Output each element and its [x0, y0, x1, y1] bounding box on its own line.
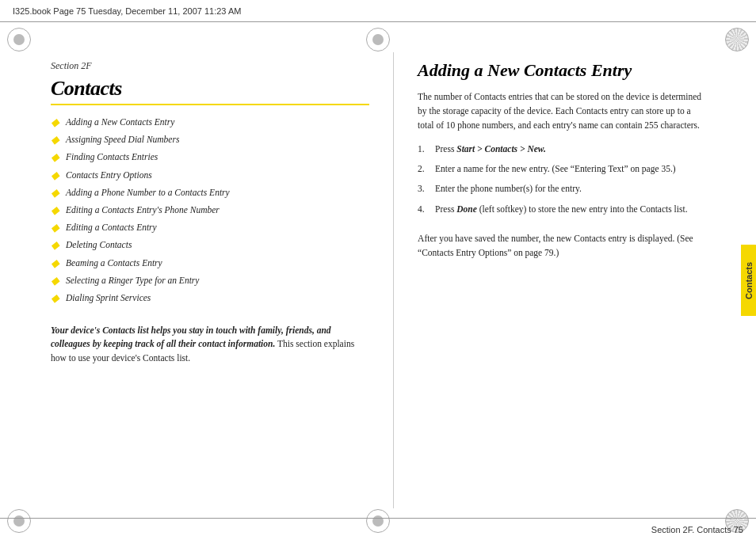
toc-bullet: ◆ [51, 238, 59, 253]
toc-item: ◆Selecting a Ringer Type for an Entry [51, 275, 369, 288]
toc-bullet: ◆ [51, 186, 59, 200]
toc-text: Adding a Phone Number to a Contacts Entr… [66, 187, 230, 199]
step-number: 4. [418, 203, 435, 216]
toc-text: Editing a Contacts Entry [66, 222, 157, 234]
step-text: Enter the phone number(s) for the entry. [435, 182, 708, 196]
step-item: 1.Press Start > Contacts > New. [418, 143, 708, 156]
toc-item: ◆Editing a Contacts Entry's Phone Number [51, 204, 369, 218]
step-number: 1. [418, 143, 435, 156]
step-number: 2. [418, 162, 435, 176]
footer-right-text: Section 2F. Contacts 75 [651, 525, 743, 534]
toc-text: Selecting a Ringer Type for an Entry [66, 275, 199, 287]
toc-bullet: ◆ [51, 291, 59, 306]
main-content: Section 2F Contacts ◆Adding a New Contac… [0, 22, 756, 540]
toc-text: Beaming a Contacts Entry [66, 257, 162, 269]
steps-list: 1.Press Start > Contacts > New.2.Enter a… [418, 143, 708, 222]
toc-item: ◆Beaming a Contacts Entry [51, 257, 369, 271]
step-item: 3.Enter the phone number(s) for the entr… [418, 182, 708, 196]
section-title: Contacts [51, 77, 369, 101]
toc-text: Adding a New Contacts Entry [66, 116, 174, 128]
header-text: I325.book Page 75 Tuesday, December 11, … [13, 6, 241, 16]
section-heading: Adding a New Contacts Entry [418, 60, 708, 81]
toc-bullet: ◆ [51, 221, 59, 235]
toc-bullet: ◆ [51, 169, 59, 183]
toc-item: ◆Adding a New Contacts Entry [51, 116, 369, 130]
body-text: The number of Contacts entries that can … [418, 90, 708, 132]
footer-bar: Section 2F. Contacts 75 [0, 518, 756, 540]
side-tab: Contacts [741, 245, 756, 316]
toc-bullet: ◆ [51, 133, 59, 147]
side-tab-label: Contacts [744, 261, 754, 299]
step-item: 2.Enter a name for the new entry. (See “… [418, 162, 708, 176]
toc-text: Editing a Contacts Entry's Phone Number [66, 204, 220, 216]
toc-bullet: ◆ [51, 257, 59, 271]
toc-item: ◆Finding Contacts Entries [51, 151, 369, 165]
header-bar: I325.book Page 75 Tuesday, December 11, … [0, 0, 756, 22]
section-label: Section 2F [51, 60, 369, 72]
toc-item: ◆Contacts Entry Options [51, 169, 369, 183]
closing-text: After you have saved the number, the new… [418, 232, 708, 260]
right-column: Adding a New Contacts Entry The number o… [393, 52, 756, 508]
left-column: Section 2F Contacts ◆Adding a New Contac… [0, 52, 393, 508]
toc-item: ◆Deleting Contacts [51, 239, 369, 253]
step-text: Enter a name for the new entry. (See “En… [435, 162, 708, 176]
intro-text: Your device's Contacts list helps you st… [51, 324, 369, 365]
toc-bullet: ◆ [51, 116, 59, 130]
toc-item: ◆Adding a Phone Number to a Contacts Ent… [51, 187, 369, 200]
toc-text: Deleting Contacts [66, 239, 132, 251]
step-text: Press Start > Contacts > New. [435, 143, 708, 156]
divider-line [51, 104, 369, 105]
toc-item: ◆Assigning Speed Dial Numbers [51, 134, 369, 147]
toc-bullet: ◆ [51, 203, 59, 218]
page: I325.book Page 75 Tuesday, December 11, … [0, 0, 756, 540]
toc-text: Dialing Sprint Services [66, 292, 151, 304]
step-text: Press Done (left softkey) to store the n… [435, 203, 708, 216]
toc-text: Contacts Entry Options [66, 169, 152, 181]
toc-text: Finding Contacts Entries [66, 151, 158, 163]
toc-list: ◆Adding a New Contacts Entry◆Assigning S… [51, 116, 369, 310]
toc-text: Assigning Speed Dial Numbers [66, 134, 179, 146]
toc-item: ◆Dialing Sprint Services [51, 292, 369, 306]
step-item: 4.Press Done (left softkey) to store the… [418, 203, 708, 216]
toc-bullet: ◆ [51, 150, 59, 165]
toc-item: ◆Editing a Contacts Entry [51, 222, 369, 235]
step-number: 3. [418, 182, 435, 196]
toc-bullet: ◆ [51, 274, 59, 288]
